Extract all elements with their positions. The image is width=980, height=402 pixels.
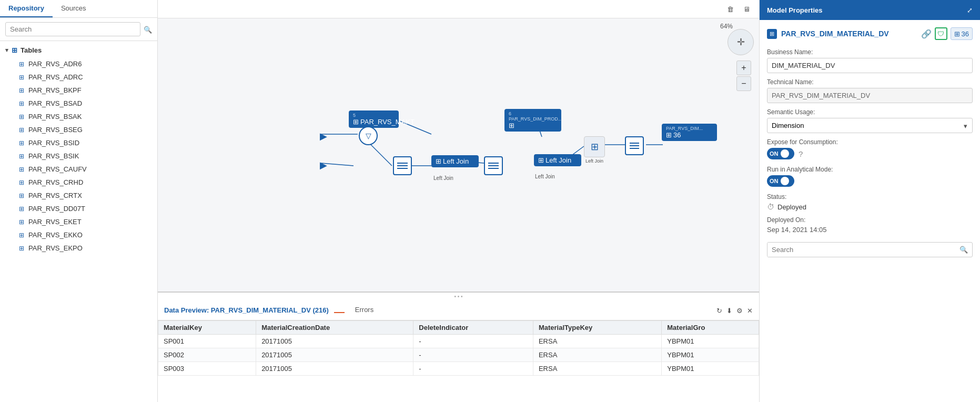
entity-connect-icon[interactable]: 🔗 — [921, 27, 932, 40]
table-row-icon: ⊞ — [19, 205, 24, 213]
technical-name-input[interactable] — [767, 88, 973, 103]
table-row-icon: ⊞ — [19, 74, 24, 81]
expand-icon: ⤢ — [967, 6, 973, 14]
table-row-icon: ⊞ — [19, 139, 24, 147]
list-item[interactable]: ⊞ PAR_RVS_EKKO — [0, 228, 157, 242]
entity-table-icon: ⊞ — [767, 29, 777, 39]
list-item[interactable]: ⊞ PAR_RVS_CRTX — [0, 189, 157, 202]
expose-consumption-label: Expose for Consumption: — [767, 138, 973, 146]
svg-line-3 — [368, 142, 392, 166]
tree-group-tables[interactable]: ▾ ⊞ Tables — [0, 43, 157, 57]
sidebar-tabs: Repository Sources — [0, 0, 157, 18]
search-icon: 🔍 — [959, 246, 968, 254]
left-join-label1: Left Join — [433, 175, 453, 181]
zoom-out-button[interactable]: − — [736, 76, 751, 91]
expose-toggle[interactable]: ON — [767, 148, 794, 159]
flow-node-join3[interactable]: ⊞Left Join — [534, 154, 581, 166]
table-row-icon: ⊞ — [19, 113, 24, 120]
main-canvas-area: 🗑 🖥 64% ✛ + − — [158, 0, 759, 402]
data-preview-table: MaterialKey MaterialCreationDate DeleteI… — [158, 320, 759, 376]
canvas-toolbar: 🗑 🖥 — [158, 0, 759, 18]
list-item[interactable]: ⊞ PAR_RVS_DD07T — [0, 202, 157, 215]
input-arrow-top: ▶ — [320, 130, 327, 142]
table-row-icon: ⊞ — [19, 100, 24, 107]
col-header-materialgroup: MaterialGro — [662, 321, 759, 335]
tab-sources[interactable]: Sources — [53, 0, 95, 17]
list-item[interactable]: ⊞ PAR_RVS_BKPF — [0, 84, 157, 97]
col-header-materialcreationdate: MaterialCreationDate — [256, 321, 413, 335]
flow-node-leftjoin-out[interactable]: ⊞ Left Join — [584, 136, 605, 164]
monitor-button[interactable]: 🖥 — [741, 3, 753, 15]
flow-node-makt[interactable]: 5 ⊞PAR_RVS_MAKT — [349, 110, 399, 128]
list-item[interactable]: ⊞ PAR_RVS_ADR6 — [0, 57, 157, 71]
connect-icon: 🔗 — [921, 29, 932, 38]
status-label: Status: — [767, 193, 973, 200]
right-panel-search-input[interactable] — [767, 243, 955, 257]
preview-header: Data Preview: PAR_RVS_DIM_MATERIAL_DV (2… — [158, 300, 759, 320]
table-row: SP001 20171005 - ERSA YBPM01 — [158, 335, 759, 348]
close-preview-button[interactable]: ✕ — [747, 306, 753, 315]
analytical-toggle-row: ON — [767, 175, 973, 187]
clock-icon: ⏱ — [767, 203, 774, 211]
list-item[interactable]: ⊞ PAR_RVS_BSID — [0, 136, 157, 149]
input-arrow-bottom: ▶ — [320, 159, 327, 171]
list-item[interactable]: ⊞ PAR_RVS_EKET — [0, 215, 157, 228]
expand-panel-button[interactable]: ⤢ — [967, 5, 973, 15]
flow-node-aggregation[interactable] — [625, 136, 644, 155]
refresh-button[interactable]: ↻ — [716, 306, 722, 315]
flow-node-output[interactable]: PAR_RVS_DIM... ⊞36 — [662, 124, 717, 141]
refresh-icon: ↻ — [716, 307, 722, 315]
table-row-icon: ⊞ — [19, 61, 24, 68]
search-button[interactable]: 🔍 — [144, 25, 152, 34]
tree-group-label: Tables — [21, 46, 42, 54]
tab-errors[interactable]: Errors — [350, 304, 379, 317]
table-row-icon: ⊞ — [19, 232, 24, 239]
flow-node-join-table[interactable]: ⊞Left Join — [431, 155, 479, 167]
right-panel-search: 🔍 — [767, 242, 973, 257]
flow-node-join1[interactable] — [393, 156, 412, 175]
tab-data-preview[interactable] — [334, 308, 345, 313]
status-row: ⏱ Deployed — [767, 203, 973, 211]
toggle-circle2 — [781, 177, 789, 185]
flow-node-dim-prod[interactable]: 6 PAR_RVS_DIM_PROD... ⊞ — [504, 109, 561, 132]
list-item[interactable]: ⊞ PAR_RVS_BSIK — [0, 149, 157, 163]
table-row-icon: ⊞ — [19, 218, 24, 226]
toggle-on-label2: ON — [770, 178, 779, 184]
preview-drag-handle[interactable]: • • • — [158, 293, 759, 300]
right-panel-search-button[interactable]: 🔍 — [955, 243, 972, 257]
download-button[interactable]: ⬇ — [726, 306, 732, 315]
list-item[interactable]: ⊞ PAR_RVS_BSAD — [0, 97, 157, 110]
list-item[interactable]: ⊞ PAR_RVS_ADRC — [0, 71, 157, 84]
data-table-scroll[interactable]: MaterialKey MaterialCreationDate DeleteI… — [158, 320, 759, 402]
search-icon: 🔍 — [144, 26, 152, 34]
close-icon: ✕ — [747, 307, 753, 315]
search-input[interactable] — [5, 22, 140, 36]
entity-title-row: ⊞ PAR_RVS_DIM_MATERIAL_DV 🔗 🛡 ⊞ 36 — [767, 27, 973, 40]
settings-button[interactable]: ⚙ — [736, 306, 743, 315]
preview-panel: • • • Data Preview: PAR_RVS_DIM_MATERIAL… — [158, 292, 759, 402]
list-item[interactable]: ⊞ PAR_RVS_CRHD — [0, 176, 157, 189]
flow-node-filter[interactable]: ▽ — [359, 126, 378, 145]
preview-actions: ↻ ⬇ ⚙ ✕ — [716, 306, 753, 315]
flow-node-agg2[interactable] — [484, 156, 503, 175]
table-row-icon: ⊞ — [19, 126, 24, 134]
chevron-down-icon: ▾ — [5, 47, 8, 54]
business-name-input[interactable] — [767, 58, 973, 73]
help-icon[interactable]: ? — [799, 149, 803, 158]
semantic-usage-select[interactable]: Dimension — [767, 118, 973, 133]
tree-area: ▾ ⊞ Tables ⊞ PAR_RVS_ADR6 ⊞ PAR_RVS_ADRC… — [0, 41, 157, 402]
left-join-label2: Left Join — [535, 174, 555, 179]
delete-button[interactable]: 🗑 — [724, 3, 736, 15]
list-item[interactable]: ⊞ PAR_RVS_EKPO — [0, 242, 157, 255]
nav-control[interactable]: ✛ — [728, 29, 754, 55]
analytical-toggle[interactable]: ON — [767, 175, 794, 187]
run-analytical-label: Run in Analytical Mode: — [767, 166, 973, 173]
list-item[interactable]: ⊞ PAR_RVS_BSAK — [0, 110, 157, 123]
list-item[interactable]: ⊞ PAR_RVS_CAUFV — [0, 163, 157, 176]
table-row-icon: ⊞ — [19, 166, 24, 173]
settings-icon: ⚙ — [736, 307, 743, 315]
list-item[interactable]: ⊞ PAR_RVS_BSEG — [0, 123, 157, 136]
zoom-in-button[interactable]: + — [736, 61, 751, 75]
deploy-date: Sep 14, 2021 14:05 — [767, 226, 973, 234]
tab-repository[interactable]: Repository — [0, 0, 53, 17]
